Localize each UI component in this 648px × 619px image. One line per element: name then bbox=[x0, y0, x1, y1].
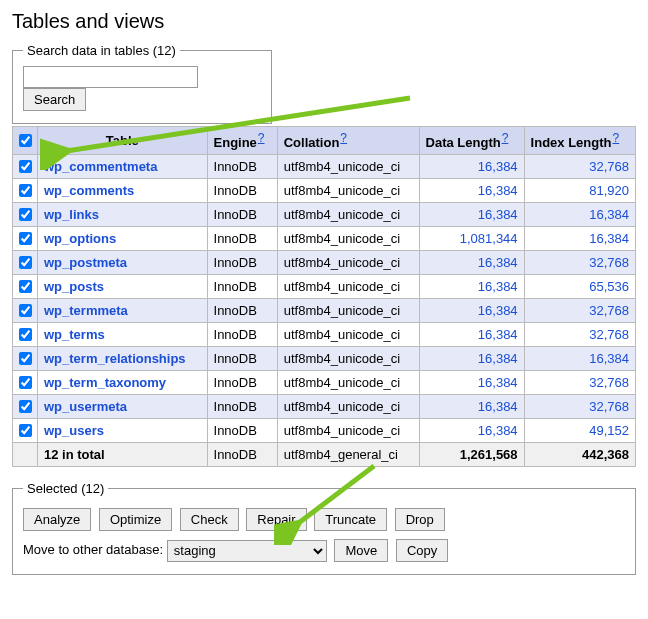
cell-index-length: 81,920 bbox=[524, 179, 635, 203]
table-row: wp_usersInnoDButf8mb4_unicode_ci16,38449… bbox=[13, 419, 636, 443]
cell-engine: InnoDB bbox=[207, 275, 277, 299]
table-link[interactable]: wp_term_relationships bbox=[44, 351, 186, 366]
table-row: wp_commentsInnoDButf8mb4_unicode_ci16,38… bbox=[13, 179, 636, 203]
table-row: wp_optionsInnoDButf8mb4_unicode_ci1,081,… bbox=[13, 227, 636, 251]
analyze-button[interactable]: Analyze bbox=[23, 508, 91, 531]
cell-engine: InnoDB bbox=[207, 251, 277, 275]
cell-index-length: 32,768 bbox=[524, 155, 635, 179]
cell-collation: utf8mb4_unicode_ci bbox=[277, 155, 419, 179]
cell-engine: InnoDB bbox=[207, 155, 277, 179]
total-collation: utf8mb4_general_ci bbox=[277, 443, 419, 467]
row-checkbox[interactable] bbox=[19, 352, 32, 365]
total-index-length: 442,368 bbox=[524, 443, 635, 467]
cell-data-length: 16,384 bbox=[419, 347, 524, 371]
cell-collation: utf8mb4_unicode_ci bbox=[277, 299, 419, 323]
row-checkbox[interactable] bbox=[19, 280, 32, 293]
drop-button[interactable]: Drop bbox=[395, 508, 445, 531]
table-row: wp_postmetaInnoDButf8mb4_unicode_ci16,38… bbox=[13, 251, 636, 275]
search-fieldset: Search data in tables (12) Search bbox=[12, 43, 272, 124]
row-checkbox[interactable] bbox=[19, 208, 32, 221]
repair-button[interactable]: Repair bbox=[246, 508, 306, 531]
col-index-length[interactable]: Index Length? bbox=[524, 127, 635, 155]
table-link[interactable]: wp_options bbox=[44, 231, 116, 246]
col-engine[interactable]: Engine? bbox=[207, 127, 277, 155]
table-link[interactable]: wp_users bbox=[44, 423, 104, 438]
help-engine-icon[interactable]: ? bbox=[258, 131, 265, 145]
cell-data-length: 16,384 bbox=[419, 155, 524, 179]
table-row: wp_term_taxonomyInnoDButf8mb4_unicode_ci… bbox=[13, 371, 636, 395]
cell-data-length: 16,384 bbox=[419, 299, 524, 323]
cell-index-length: 49,152 bbox=[524, 419, 635, 443]
search-input[interactable] bbox=[23, 66, 198, 88]
row-checkbox[interactable] bbox=[19, 400, 32, 413]
col-collation[interactable]: Collation? bbox=[277, 127, 419, 155]
col-table[interactable]: Table bbox=[38, 127, 208, 155]
table-row: wp_usermetaInnoDButf8mb4_unicode_ci16,38… bbox=[13, 395, 636, 419]
cell-engine: InnoDB bbox=[207, 323, 277, 347]
table-link[interactable]: wp_postmeta bbox=[44, 255, 127, 270]
check-button[interactable]: Check bbox=[180, 508, 239, 531]
cell-data-length: 16,384 bbox=[419, 371, 524, 395]
cell-data-length: 16,384 bbox=[419, 179, 524, 203]
tables-table: Table Engine? Collation? Data Length? In… bbox=[12, 126, 636, 467]
table-row: wp_postsInnoDButf8mb4_unicode_ci16,38465… bbox=[13, 275, 636, 299]
table-link[interactable]: wp_usermeta bbox=[44, 399, 127, 414]
copy-button[interactable]: Copy bbox=[396, 539, 448, 562]
cell-data-length: 16,384 bbox=[419, 275, 524, 299]
cell-collation: utf8mb4_unicode_ci bbox=[277, 227, 419, 251]
row-checkbox[interactable] bbox=[19, 304, 32, 317]
search-button[interactable]: Search bbox=[23, 88, 86, 111]
cell-engine: InnoDB bbox=[207, 299, 277, 323]
table-link[interactable]: wp_termmeta bbox=[44, 303, 128, 318]
selected-fieldset: Selected (12) Analyze Optimize Check Rep… bbox=[12, 481, 636, 575]
help-datalen-icon[interactable]: ? bbox=[502, 131, 509, 145]
row-checkbox[interactable] bbox=[19, 256, 32, 269]
cell-collation: utf8mb4_unicode_ci bbox=[277, 179, 419, 203]
cell-collation: utf8mb4_unicode_ci bbox=[277, 275, 419, 299]
table-row: wp_linksInnoDButf8mb4_unicode_ci16,38416… bbox=[13, 203, 636, 227]
optimize-button[interactable]: Optimize bbox=[99, 508, 172, 531]
cell-index-length: 32,768 bbox=[524, 395, 635, 419]
cell-collation: utf8mb4_unicode_ci bbox=[277, 395, 419, 419]
table-link[interactable]: wp_term_taxonomy bbox=[44, 375, 166, 390]
row-checkbox[interactable] bbox=[19, 160, 32, 173]
col-check bbox=[13, 127, 38, 155]
help-collation-icon[interactable]: ? bbox=[340, 131, 347, 145]
total-data-length: 1,261,568 bbox=[419, 443, 524, 467]
truncate-button[interactable]: Truncate bbox=[314, 508, 387, 531]
cell-data-length: 16,384 bbox=[419, 419, 524, 443]
check-all-checkbox[interactable] bbox=[19, 134, 32, 147]
col-data-length[interactable]: Data Length? bbox=[419, 127, 524, 155]
table-row: wp_termmetaInnoDButf8mb4_unicode_ci16,38… bbox=[13, 299, 636, 323]
cell-collation: utf8mb4_unicode_ci bbox=[277, 251, 419, 275]
cell-index-length: 32,768 bbox=[524, 371, 635, 395]
cell-index-length: 65,536 bbox=[524, 275, 635, 299]
cell-index-length: 32,768 bbox=[524, 251, 635, 275]
row-checkbox[interactable] bbox=[19, 328, 32, 341]
move-label: Move to other database: bbox=[23, 542, 163, 557]
cell-data-length: 16,384 bbox=[419, 395, 524, 419]
table-link[interactable]: wp_terms bbox=[44, 327, 105, 342]
search-legend: Search data in tables (12) bbox=[23, 43, 180, 58]
row-checkbox[interactable] bbox=[19, 424, 32, 437]
selected-legend: Selected (12) bbox=[23, 481, 108, 496]
cell-collation: utf8mb4_unicode_ci bbox=[277, 323, 419, 347]
row-checkbox[interactable] bbox=[19, 376, 32, 389]
move-button[interactable]: Move bbox=[334, 539, 388, 562]
table-link[interactable]: wp_links bbox=[44, 207, 99, 222]
cell-index-length: 16,384 bbox=[524, 203, 635, 227]
table-link[interactable]: wp_comments bbox=[44, 183, 134, 198]
cell-engine: InnoDB bbox=[207, 371, 277, 395]
row-checkbox[interactable] bbox=[19, 184, 32, 197]
table-total-row: 12 in totalInnoDButf8mb4_general_ci1,261… bbox=[13, 443, 636, 467]
cell-engine: InnoDB bbox=[207, 419, 277, 443]
cell-index-length: 32,768 bbox=[524, 323, 635, 347]
table-link[interactable]: wp_posts bbox=[44, 279, 104, 294]
total-label: 12 in total bbox=[44, 447, 105, 462]
help-indexlen-icon[interactable]: ? bbox=[612, 131, 619, 145]
row-checkbox[interactable] bbox=[19, 232, 32, 245]
table-link[interactable]: wp_commentmeta bbox=[44, 159, 157, 174]
cell-data-length: 16,384 bbox=[419, 203, 524, 227]
cell-data-length: 16,384 bbox=[419, 251, 524, 275]
move-target-select[interactable]: staging bbox=[167, 540, 327, 562]
